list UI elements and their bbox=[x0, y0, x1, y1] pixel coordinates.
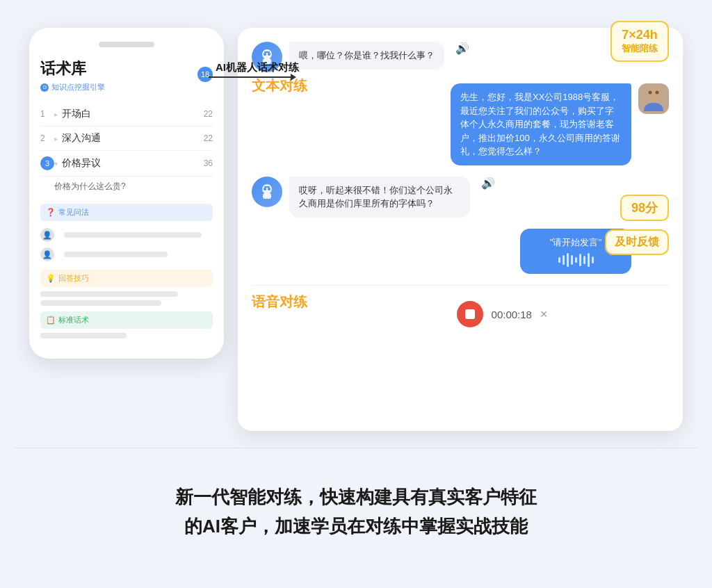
menu-num-3-active: 3 bbox=[40, 156, 54, 170]
menu-label-1: 开场白 bbox=[62, 108, 204, 120]
person-row-1: 👤 bbox=[40, 225, 213, 245]
section-tips: 💡 回答技巧 bbox=[40, 270, 213, 287]
phone-subtitle: ⊙ 知识点挖掘引擎 bbox=[40, 82, 213, 92]
person-row-2: 👤 bbox=[40, 245, 213, 264]
list-line-1 bbox=[64, 232, 202, 238]
chat-row-2: 先生，您好，我是XX公司1988号客服，最近您关注了我们的公众号，购买了字体个人… bbox=[252, 83, 669, 165]
svg-rect-9 bbox=[263, 193, 271, 199]
voice-timer: 00:00:18 bbox=[492, 309, 532, 320]
menu-item-1[interactable]: 1 ▸ 开场白 22 bbox=[40, 102, 213, 126]
menu-arrow-3: ▾ bbox=[54, 160, 58, 168]
wave-bar-4 bbox=[571, 255, 573, 265]
feedback-badge: 及时反馈 bbox=[605, 229, 669, 255]
arrow-label: AI机器人话术对练 bbox=[216, 61, 299, 74]
robot-avatar-2 bbox=[252, 177, 282, 207]
standard-icon: 📋 bbox=[46, 316, 56, 325]
left-phone: 话术库 ⊙ 知识点挖掘引擎 18 1 ▸ 开场白 22 2 ▸ 深入沟通 22 … bbox=[29, 28, 224, 359]
svg-point-6 bbox=[649, 91, 652, 95]
sub-question: 价格为什么这么贵? bbox=[40, 177, 213, 198]
badge-247-main: 7×24h bbox=[622, 28, 658, 42]
faq-label: 常见问法 bbox=[58, 207, 89, 218]
bubble-1: 喂，哪位？你是谁？找我什么事？ bbox=[289, 42, 444, 70]
stop-icon bbox=[465, 309, 475, 319]
menu-item-3[interactable]: 3 ▾ 价格异议 36 bbox=[40, 151, 213, 177]
bubble-2: 先生，您好，我是XX公司1988号客服，最近您关注了我们的公众号，购买了字体个人… bbox=[451, 83, 631, 165]
menu-count-1: 22 bbox=[204, 109, 213, 119]
standard-label: 标准话术 bbox=[58, 315, 89, 325]
arrow-line bbox=[209, 76, 292, 78]
svg-rect-4 bbox=[264, 51, 270, 53]
person-icon-1: 👤 bbox=[40, 228, 54, 242]
svg-point-7 bbox=[656, 91, 659, 95]
bottom-description: 新一代智能对练，快速构建具有真实客户特征 的AI客户，加速学员在对练中掌握实战技… bbox=[147, 483, 565, 541]
section-standard: 📋 标准话术 bbox=[40, 311, 213, 329]
badge-247: 7×24h 智能陪练 bbox=[610, 21, 669, 62]
bottom-line-1: 新一代智能对练，快速构建具有真实客户特征 bbox=[175, 483, 537, 512]
tips-line-1 bbox=[40, 291, 178, 297]
menu-arrow-1: ▸ bbox=[54, 111, 58, 118]
section-faq: ❓ 常见问法 bbox=[40, 204, 213, 221]
list-line-2 bbox=[64, 252, 168, 257]
chat-row-1: 喂，哪位？你是谁？找我什么事？ 🔊 bbox=[252, 42, 669, 72]
arrow-connector: AI机器人话术对练 bbox=[209, 76, 292, 78]
svg-rect-12 bbox=[264, 186, 270, 188]
right-panel: 7×24h 智能陪练 喂，哪位？你是谁？找我什么事？ 🔊 文本对练 bbox=[238, 28, 683, 431]
tips-label: 回答技巧 bbox=[58, 273, 89, 284]
wave-bar-1 bbox=[558, 257, 560, 263]
record-stop-button[interactable] bbox=[457, 301, 483, 327]
badge-247-sub: 智能陪练 bbox=[622, 42, 658, 55]
voice-practice-label: 语音对练 bbox=[252, 293, 307, 311]
divider bbox=[14, 448, 698, 448]
menu-arrow-2: ▸ bbox=[54, 135, 58, 142]
text-practice-label: 文本对练 bbox=[252, 76, 307, 95]
tips-icon: 💡 bbox=[46, 274, 56, 283]
menu-count-2: 22 bbox=[204, 133, 213, 143]
phone-title: 话术库 bbox=[40, 58, 213, 79]
menu-num-1: 1 bbox=[40, 109, 54, 119]
close-voice-button[interactable]: × bbox=[540, 307, 548, 322]
main-container: 话术库 ⊙ 知识点挖掘引擎 18 1 ▸ 开场白 22 2 ▸ 深入沟通 22 … bbox=[29, 21, 683, 431]
bubble-text-3: 哎呀，听起来很不错！你们这个公司永久商用是你们库里所有的字体吗？ bbox=[299, 185, 453, 209]
bottom-line-2: 的AI客户，加速学员在对练中掌握实战技能 bbox=[175, 512, 537, 541]
svg-point-11 bbox=[268, 188, 270, 190]
wave-bar-9 bbox=[592, 256, 594, 263]
wave-bar-5 bbox=[575, 257, 577, 263]
menu-count-3: 36 bbox=[204, 158, 213, 168]
score-badge: 98分 bbox=[620, 195, 669, 221]
wave-bar-8 bbox=[588, 253, 590, 267]
svg-point-3 bbox=[268, 53, 270, 56]
bubble-text-1: 喂，哪位？你是谁？找我什么事？ bbox=[299, 50, 435, 60]
voice-controls: 00:00:18 × bbox=[252, 294, 669, 334]
svg-point-10 bbox=[264, 188, 266, 190]
speaker-icon-1: 🔊 bbox=[455, 42, 469, 55]
svg-point-2 bbox=[264, 53, 266, 56]
chat-row-3: 哎呀，听起来很不错！你们这个公司永久商用是你们库里所有的字体吗？ 🔊 bbox=[252, 177, 669, 218]
wave-bar-7 bbox=[583, 256, 585, 264]
human-avatar bbox=[638, 83, 669, 114]
faq-icon: ❓ bbox=[46, 208, 56, 217]
wave-bar-6 bbox=[579, 254, 581, 266]
phone-notch bbox=[99, 42, 154, 47]
subtitle-text: 知识点挖掘引擎 bbox=[51, 82, 105, 92]
wave-bar-2 bbox=[563, 255, 565, 265]
menu-label-3: 价格异议 bbox=[62, 157, 204, 170]
tips-line-2 bbox=[40, 300, 161, 306]
sound-wave bbox=[530, 253, 622, 267]
person-icon-2: 👤 bbox=[40, 247, 54, 261]
menu-num-2: 2 bbox=[40, 133, 54, 143]
bubble-text-2: 先生，您好，我是XX公司1988号客服，最近您关注了我们的公众号，购买了字体个人… bbox=[460, 92, 620, 156]
voice-bar-area: 语音对练 00:00:18 × bbox=[252, 285, 669, 334]
dot-icon: ⊙ bbox=[40, 83, 49, 92]
wave-bar-3 bbox=[567, 253, 569, 267]
badge-count: 18 bbox=[197, 67, 213, 82]
menu-label-2: 深入沟通 bbox=[62, 132, 204, 145]
speaker-icon-2: 🔊 bbox=[481, 177, 495, 190]
standard-line-1 bbox=[40, 333, 127, 338]
menu-item-2[interactable]: 2 ▸ 深入沟通 22 bbox=[40, 126, 213, 151]
bubble-3: 哎呀，听起来很不错！你们这个公司永久商用是你们库里所有的字体吗？ bbox=[289, 177, 470, 218]
